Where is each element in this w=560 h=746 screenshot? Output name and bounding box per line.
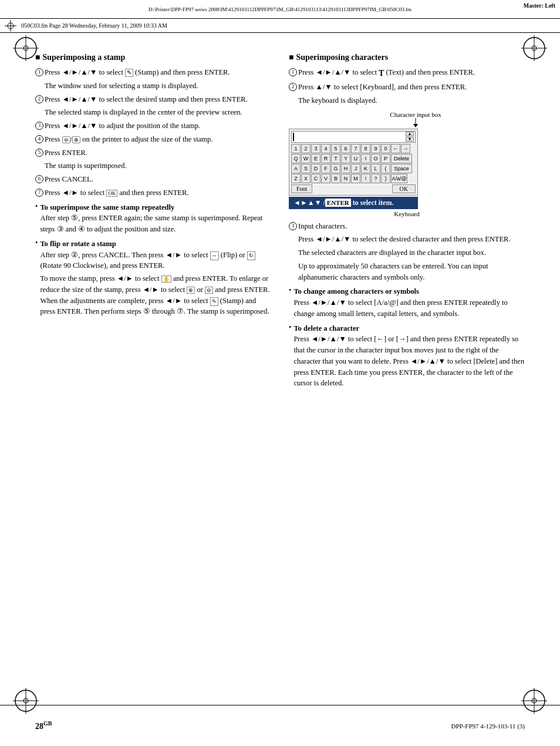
kb-key-t[interactable]: T — [331, 154, 340, 163]
filepath: D:\Printer\DPP-FP97 series 2008\IM\41291… — [5, 6, 555, 12]
kb-key-v[interactable]: V — [321, 174, 330, 183]
kb-key-question[interactable]: ? — [371, 174, 380, 183]
num-circle-2: 2 — [35, 95, 43, 103]
arrow-line — [306, 118, 525, 127]
left-item-6: 6 Press CANCEL. — [35, 174, 271, 185]
kb-key-delete[interactable]: Delete — [391, 154, 412, 163]
keyboard-container: Character input box ▲ ▼ — [289, 111, 525, 217]
kb-scroll-down[interactable]: ▼ — [406, 137, 414, 142]
page-number: 28GB — [35, 720, 52, 731]
kb-key-ata[interactable]: A/a/@ — [391, 174, 407, 183]
kb-key-3[interactable]: 3 — [311, 144, 321, 153]
kb-key-f[interactable]: F — [321, 164, 330, 173]
kb-input-row: ▲ ▼ — [291, 131, 416, 143]
right-item-2: 2 Press ▲/▼ to select [Keyboard], and th… — [289, 82, 525, 93]
kb-key-forward[interactable]: → — [401, 144, 410, 153]
kb-key-n[interactable]: N — [341, 174, 350, 183]
kb-key-7[interactable]: 7 — [351, 144, 360, 153]
kb-key-p[interactable]: P — [381, 154, 390, 163]
left-item-5: 5 Press ENTER. — [35, 147, 271, 159]
kb-key-u[interactable]: U — [351, 154, 360, 163]
header-top: D:\Printer\DPP-FP97 series 2008\IM\41291… — [0, 0, 560, 19]
footer-product: DPP-FP97 4-129-103-11 (3) — [451, 723, 525, 730]
left-item-3: 3 Press ◄/►/▲/▼ to adjust the position o… — [35, 120, 271, 132]
left-item-4-text: Press ⊖/⊕ on the printer to adjust the s… — [45, 134, 271, 145]
kb-key-h[interactable]: H — [341, 164, 350, 173]
reg-mark-header-left — [5, 20, 16, 32]
kb-key-c[interactable]: C — [311, 174, 321, 183]
master-label: Master: Left — [524, 2, 555, 9]
right-num-circle-2: 2 — [289, 83, 297, 91]
right-item-1-text: Press ◄/►/▲/▼ to select T (Text) and the… — [298, 67, 525, 79]
bullet-delete-char-title: To delete a character — [294, 324, 359, 332]
bullet-repeat-stamp: • To superimpose the same stamp repeated… — [35, 202, 271, 235]
kb-key-q[interactable]: Q — [291, 154, 301, 163]
char-input-label-area: Character input box — [289, 111, 525, 127]
kb-key-space[interactable]: Space — [391, 164, 412, 173]
left-section-heading: Superimposing a stamp — [35, 53, 271, 62]
selected-bar-text: ◄►▲▼ /ENTER to select item. — [294, 199, 393, 207]
kb-font-button[interactable]: Font — [291, 184, 312, 193]
kb-key-y[interactable]: Y — [341, 154, 350, 163]
kb-key-4[interactable]: 4 — [321, 144, 330, 153]
left-item-3-text: Press ◄/►/▲/▼ to adjust the position of … — [45, 120, 271, 132]
right-item-2-indent: The keyboard is displayed. — [298, 95, 525, 106]
kb-key-8[interactable]: 8 — [361, 144, 370, 153]
kb-key-exclaim[interactable]: ! — [361, 174, 370, 183]
num-circle-6: 6 — [35, 175, 43, 183]
left-item-2-text: Press ◄/►/▲/▼ to select the desired stam… — [45, 94, 271, 105]
svg-marker-12 — [413, 124, 418, 127]
bullet-flip-body2: To move the stamp, press ◄/► to select ✋… — [40, 273, 271, 317]
kb-scroll-up[interactable]: ▲ — [406, 132, 414, 136]
fileinfo: 050C03.fm Page 28 Wednesday, February 11… — [21, 22, 167, 29]
kb-scroll-buttons[interactable]: ▲ ▼ — [406, 132, 414, 142]
left-item-4: 4 Press ⊖/⊕ on the printer to adjust the… — [35, 134, 271, 145]
left-item-1-indent: The window used for selecting a stamp is… — [45, 80, 271, 92]
kb-key-i[interactable]: I — [361, 154, 370, 163]
right-column: Superimposing characters 1 Press ◄/►/▲/▼… — [289, 47, 525, 687]
header-second: 050C03.fm Page 28 Wednesday, February 11… — [0, 19, 560, 33]
kb-key-l[interactable]: L — [371, 164, 380, 173]
kb-key-g[interactable]: G — [331, 164, 340, 173]
left-column: Superimposing a stamp 1 Press ◄/►/▲/▼ to… — [35, 47, 271, 687]
num-circle-5: 5 — [35, 149, 43, 157]
num-circle-1: 1 — [35, 68, 43, 76]
bullet-change-chars-title: To change among characters or symbols — [294, 287, 419, 295]
kb-key-a[interactable]: A — [291, 164, 301, 173]
kb-key-m[interactable]: M — [351, 174, 360, 183]
kb-key-z[interactable]: Z — [291, 174, 301, 183]
kb-key-5[interactable]: 5 — [331, 144, 340, 153]
left-item-2: 2 Press ◄/►/▲/▼ to select the desired st… — [35, 94, 271, 105]
kb-key-open-paren[interactable]: ( — [381, 164, 390, 173]
kb-key-9[interactable]: 9 — [371, 144, 380, 153]
kb-key-e[interactable]: E — [311, 154, 321, 163]
right-num-circle-3: 3 — [289, 222, 297, 230]
kb-key-1[interactable]: 1 — [291, 144, 301, 153]
bullet-delete-char-body: Press ◄/►/▲/▼ to select [←] or [→] and t… — [294, 334, 525, 389]
kb-key-o[interactable]: O — [371, 154, 380, 163]
num-circle-7: 7 — [35, 189, 43, 197]
kb-key-0[interactable]: 0 — [381, 144, 390, 153]
bullet-repeat-body: After step ⑤, press ENTER again; the sam… — [40, 213, 271, 235]
kb-key-d[interactable]: D — [311, 164, 321, 173]
kb-key-6[interactable]: 6 — [341, 144, 350, 153]
kb-key-2[interactable]: 2 — [301, 144, 311, 153]
right-item-3-indent2: The selected characters are displayed in… — [298, 247, 525, 258]
kb-key-r[interactable]: R — [321, 154, 330, 163]
keyboard-label: Keyboard — [289, 210, 525, 217]
char-input-label: Character input box — [306, 111, 525, 118]
kb-ok-button[interactable]: OK — [392, 184, 416, 193]
kb-key-backspace[interactable]: ← — [391, 144, 400, 153]
kb-key-close-paren[interactable]: ) — [381, 174, 390, 183]
right-item-1: 1 Press ◄/►/▲/▼ to select T (Text) and t… — [289, 67, 525, 79]
kb-key-b[interactable]: B — [331, 174, 340, 183]
bullet-delete-char: • To delete a character Press ◄/►/▲/▼ to… — [289, 323, 525, 389]
kb-key-k[interactable]: K — [361, 164, 370, 173]
kb-key-x[interactable]: X — [301, 174, 311, 183]
kb-key-w[interactable]: W — [301, 154, 311, 163]
kb-key-j[interactable]: J — [351, 164, 360, 173]
left-item-5-indent: The stamp is superimposed. — [45, 160, 271, 172]
kb-cursor — [293, 133, 294, 141]
arrow-down — [398, 118, 433, 127]
kb-key-s[interactable]: S — [301, 164, 311, 173]
